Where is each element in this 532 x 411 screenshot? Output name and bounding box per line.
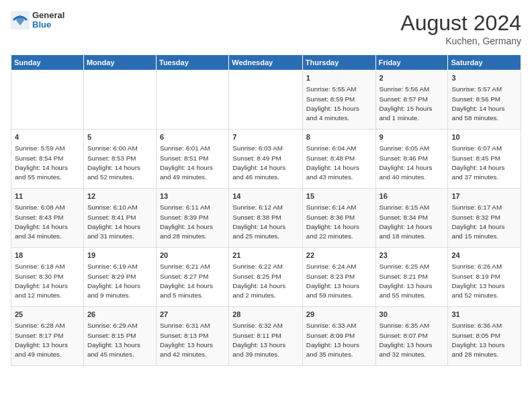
calendar-cell: 1Sunrise: 5:55 AMSunset: 8:59 PMDaylight… (302, 71, 375, 130)
col-header-wednesday: Wednesday (229, 55, 303, 71)
day-info: Sunrise: 6:35 AMSunset: 8:07 PMDaylight:… (380, 321, 445, 359)
day-number: 6 (160, 132, 225, 142)
day-info: Sunrise: 6:14 AMSunset: 8:36 PMDaylight:… (306, 203, 372, 241)
day-info: Sunrise: 6:29 AMSunset: 8:15 PMDaylight:… (87, 321, 152, 359)
day-info: Sunrise: 6:15 AMSunset: 8:34 PMDaylight:… (380, 203, 445, 241)
day-info: Sunrise: 6:26 AMSunset: 8:19 PMDaylight:… (451, 262, 517, 300)
week-row-1: 1Sunrise: 5:55 AMSunset: 8:59 PMDaylight… (11, 71, 521, 130)
day-number: 22 (306, 250, 372, 261)
day-info: Sunrise: 6:31 AMSunset: 8:13 PMDaylight:… (160, 321, 225, 359)
week-row-3: 11Sunrise: 6:08 AMSunset: 8:43 PMDayligh… (11, 189, 521, 248)
calendar-cell (229, 71, 303, 130)
calendar-cell: 5Sunrise: 6:00 AMSunset: 8:53 PMDaylight… (83, 130, 156, 189)
day-info: Sunrise: 6:17 AMSunset: 8:32 PMDaylight:… (451, 203, 517, 241)
calendar-cell: 20Sunrise: 6:21 AMSunset: 8:27 PMDayligh… (157, 248, 229, 307)
calendar-cell: 2Sunrise: 5:56 AMSunset: 8:57 PMDaylight… (375, 71, 448, 130)
day-info: Sunrise: 6:11 AMSunset: 8:39 PMDaylight:… (160, 203, 225, 241)
day-number: 27 (160, 310, 225, 320)
day-info: Sunrise: 6:19 AMSunset: 8:29 PMDaylight:… (87, 262, 152, 300)
calendar-cell: 9Sunrise: 6:05 AMSunset: 8:46 PMDaylight… (375, 130, 448, 189)
calendar-cell: 26Sunrise: 6:29 AMSunset: 8:15 PMDayligh… (83, 307, 156, 366)
day-number: 4 (15, 132, 80, 142)
logo-general: General (32, 11, 64, 20)
week-row-4: 18Sunrise: 6:18 AMSunset: 8:30 PMDayligh… (11, 248, 521, 307)
page-header: General Blue August 2024 Kuchen, Germany (11, 11, 521, 46)
title-block: August 2024 Kuchen, Germany (400, 11, 521, 46)
col-header-tuesday: Tuesday (157, 55, 229, 71)
day-info: Sunrise: 6:07 AMSunset: 8:45 PMDaylight:… (451, 144, 517, 182)
day-info: Sunrise: 5:56 AMSunset: 8:57 PMDaylight:… (380, 85, 445, 123)
logo-text: General Blue (32, 11, 64, 30)
calendar-cell: 25Sunrise: 6:28 AMSunset: 8:17 PMDayligh… (11, 307, 84, 366)
calendar-cell: 24Sunrise: 6:26 AMSunset: 8:19 PMDayligh… (448, 248, 521, 307)
calendar-cell: 23Sunrise: 6:25 AMSunset: 8:21 PMDayligh… (375, 248, 448, 307)
day-number: 24 (451, 250, 517, 261)
day-info: Sunrise: 6:04 AMSunset: 8:48 PMDaylight:… (306, 144, 372, 182)
col-header-thursday: Thursday (302, 55, 375, 71)
week-row-5: 25Sunrise: 6:28 AMSunset: 8:17 PMDayligh… (11, 307, 521, 366)
calendar-cell: 11Sunrise: 6:08 AMSunset: 8:43 PMDayligh… (11, 189, 84, 248)
day-number: 29 (306, 310, 372, 320)
calendar-cell: 12Sunrise: 6:10 AMSunset: 8:41 PMDayligh… (83, 189, 156, 248)
day-number: 21 (232, 250, 299, 261)
col-header-saturday: Saturday (448, 55, 521, 71)
calendar-cell (11, 71, 84, 130)
day-number: 3 (451, 73, 517, 83)
day-info: Sunrise: 5:59 AMSunset: 8:54 PMDaylight:… (15, 144, 80, 182)
week-row-2: 4Sunrise: 5:59 AMSunset: 8:54 PMDaylight… (11, 130, 521, 189)
calendar-cell: 3Sunrise: 5:57 AMSunset: 8:56 PMDaylight… (448, 71, 521, 130)
day-number: 28 (232, 310, 299, 320)
day-number: 30 (380, 310, 445, 320)
day-number: 5 (87, 132, 152, 142)
col-header-sunday: Sunday (11, 55, 84, 71)
calendar-cell: 17Sunrise: 6:17 AMSunset: 8:32 PMDayligh… (448, 189, 521, 248)
calendar-cell (157, 71, 229, 130)
calendar-cell: 8Sunrise: 6:04 AMSunset: 8:48 PMDaylight… (302, 130, 375, 189)
day-number: 25 (15, 310, 80, 320)
day-number: 19 (87, 250, 152, 261)
calendar-cell: 29Sunrise: 6:33 AMSunset: 8:09 PMDayligh… (302, 307, 375, 366)
location-subtitle: Kuchen, Germany (400, 36, 521, 46)
day-number: 17 (451, 191, 517, 201)
calendar-cell: 14Sunrise: 6:12 AMSunset: 8:38 PMDayligh… (229, 189, 303, 248)
calendar-cell: 16Sunrise: 6:15 AMSunset: 8:34 PMDayligh… (375, 189, 448, 248)
calendar-cell: 21Sunrise: 6:22 AMSunset: 8:25 PMDayligh… (229, 248, 303, 307)
day-number: 7 (232, 132, 299, 142)
logo-blue: Blue (32, 20, 64, 30)
day-info: Sunrise: 6:18 AMSunset: 8:30 PMDaylight:… (15, 262, 80, 300)
day-number: 13 (160, 191, 225, 201)
day-info: Sunrise: 6:00 AMSunset: 8:53 PMDaylight:… (87, 144, 152, 182)
calendar-cell: 15Sunrise: 6:14 AMSunset: 8:36 PMDayligh… (302, 189, 375, 248)
day-info: Sunrise: 6:24 AMSunset: 8:23 PMDaylight:… (306, 262, 372, 300)
calendar-cell: 28Sunrise: 6:32 AMSunset: 8:11 PMDayligh… (229, 307, 303, 366)
calendar-cell: 13Sunrise: 6:11 AMSunset: 8:39 PMDayligh… (157, 189, 229, 248)
day-number: 31 (451, 310, 517, 320)
day-number: 1 (306, 73, 372, 83)
day-number: 18 (15, 250, 80, 261)
month-year-title: August 2024 (400, 11, 521, 36)
calendar-cell: 6Sunrise: 6:01 AMSunset: 8:51 PMDaylight… (157, 130, 229, 189)
day-info: Sunrise: 6:21 AMSunset: 8:27 PMDaylight:… (160, 262, 225, 300)
calendar-cell: 7Sunrise: 6:03 AMSunset: 8:49 PMDaylight… (229, 130, 303, 189)
day-number: 12 (87, 191, 152, 201)
calendar-cell: 22Sunrise: 6:24 AMSunset: 8:23 PMDayligh… (302, 248, 375, 307)
day-number: 10 (451, 132, 517, 142)
day-info: Sunrise: 6:03 AMSunset: 8:49 PMDaylight:… (232, 144, 299, 182)
day-info: Sunrise: 6:36 AMSunset: 8:05 PMDaylight:… (451, 321, 517, 359)
calendar-cell: 30Sunrise: 6:35 AMSunset: 8:07 PMDayligh… (375, 307, 448, 366)
calendar-cell: 31Sunrise: 6:36 AMSunset: 8:05 PMDayligh… (448, 307, 521, 366)
day-info: Sunrise: 6:01 AMSunset: 8:51 PMDaylight:… (160, 144, 225, 182)
logo-icon (11, 11, 30, 30)
day-number: 16 (380, 191, 445, 201)
day-number: 20 (160, 250, 225, 261)
day-number: 23 (380, 250, 445, 261)
calendar-cell: 10Sunrise: 6:07 AMSunset: 8:45 PMDayligh… (448, 130, 521, 189)
day-info: Sunrise: 6:22 AMSunset: 8:25 PMDaylight:… (232, 262, 299, 300)
day-number: 15 (306, 191, 372, 201)
calendar-cell: 27Sunrise: 6:31 AMSunset: 8:13 PMDayligh… (157, 307, 229, 366)
day-info: Sunrise: 6:33 AMSunset: 8:09 PMDaylight:… (306, 321, 372, 359)
day-number: 26 (87, 310, 152, 320)
day-info: Sunrise: 6:10 AMSunset: 8:41 PMDaylight:… (87, 203, 152, 241)
header-row: SundayMondayTuesdayWednesdayThursdayFrid… (11, 55, 521, 71)
calendar-table: SundayMondayTuesdayWednesdayThursdayFrid… (11, 54, 521, 366)
